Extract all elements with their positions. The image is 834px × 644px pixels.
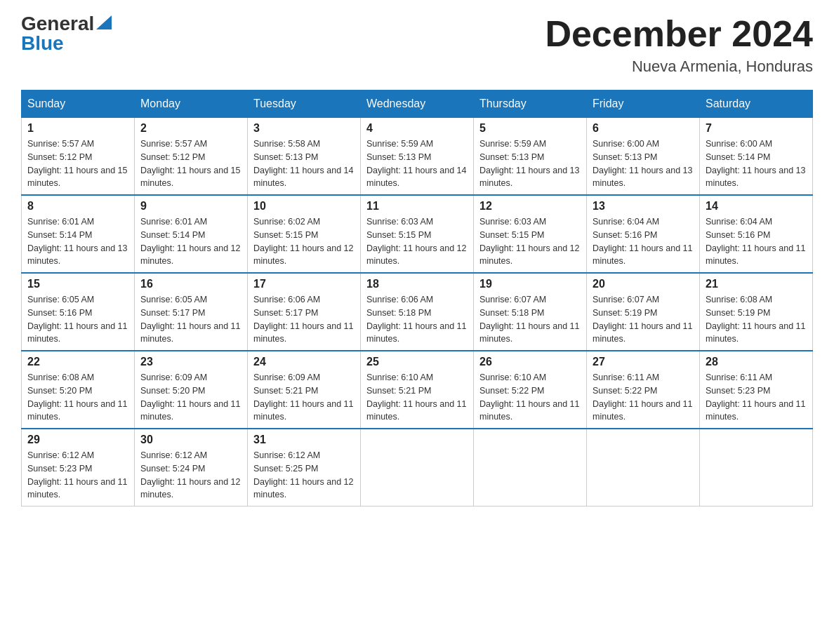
- day-info: Sunrise: 5:59 AMSunset: 5:13 PMDaylight:…: [366, 137, 468, 190]
- calendar-cell: 15Sunrise: 6:05 AMSunset: 5:16 PMDayligh…: [22, 273, 135, 351]
- day-number: 28: [706, 356, 807, 368]
- day-info: Sunrise: 6:09 AMSunset: 5:21 PMDaylight:…: [253, 371, 355, 424]
- day-number: 17: [253, 278, 355, 290]
- col-wednesday: Wednesday: [361, 90, 474, 118]
- day-info: Sunrise: 6:08 AMSunset: 5:20 PMDaylight:…: [27, 371, 128, 424]
- day-number: 24: [253, 356, 355, 368]
- location-subtitle: Nueva Armenia, Honduras: [545, 58, 813, 76]
- day-info: Sunrise: 6:05 AMSunset: 5:17 PMDaylight:…: [140, 293, 241, 346]
- day-info: Sunrise: 6:12 AMSunset: 5:23 PMDaylight:…: [27, 449, 128, 502]
- calendar-week-row: 15Sunrise: 6:05 AMSunset: 5:16 PMDayligh…: [22, 273, 813, 351]
- day-info: Sunrise: 6:03 AMSunset: 5:15 PMDaylight:…: [479, 215, 581, 268]
- calendar-cell: 3Sunrise: 5:58 AMSunset: 5:13 PMDaylight…: [248, 118, 361, 196]
- day-number: 19: [479, 278, 581, 290]
- day-number: 3: [253, 122, 355, 135]
- day-number: 4: [366, 122, 468, 135]
- calendar-cell: 6Sunrise: 6:00 AMSunset: 5:13 PMDaylight…: [587, 118, 700, 196]
- day-info: Sunrise: 6:12 AMSunset: 5:25 PMDaylight:…: [253, 449, 355, 502]
- col-saturday: Saturday: [700, 90, 813, 118]
- logo-general: General: [21, 14, 94, 34]
- day-info: Sunrise: 5:57 AMSunset: 5:12 PMDaylight:…: [27, 137, 128, 190]
- logo-triangle-icon: [96, 15, 112, 29]
- calendar-cell: 2Sunrise: 5:57 AMSunset: 5:12 PMDaylight…: [135, 118, 248, 196]
- calendar-cell: 9Sunrise: 6:01 AMSunset: 5:14 PMDaylight…: [135, 195, 248, 273]
- svg-marker-0: [96, 15, 112, 29]
- day-info: Sunrise: 6:12 AMSunset: 5:24 PMDaylight:…: [140, 449, 241, 502]
- calendar-cell: 19Sunrise: 6:07 AMSunset: 5:18 PMDayligh…: [474, 273, 587, 351]
- calendar-cell: 29Sunrise: 6:12 AMSunset: 5:23 PMDayligh…: [22, 429, 135, 507]
- day-number: 14: [706, 200, 807, 213]
- calendar-cell: 18Sunrise: 6:06 AMSunset: 5:18 PMDayligh…: [361, 273, 474, 351]
- calendar-cell: 28Sunrise: 6:11 AMSunset: 5:23 PMDayligh…: [700, 351, 813, 429]
- logo-blue: Blue: [21, 34, 64, 53]
- col-friday: Friday: [587, 90, 700, 118]
- calendar-cell: 13Sunrise: 6:04 AMSunset: 5:16 PMDayligh…: [587, 195, 700, 273]
- day-number: 12: [479, 200, 581, 213]
- calendar-week-row: 29Sunrise: 6:12 AMSunset: 5:23 PMDayligh…: [22, 429, 813, 507]
- calendar-cell: 7Sunrise: 6:00 AMSunset: 5:14 PMDaylight…: [700, 118, 813, 196]
- day-number: 2: [140, 122, 241, 135]
- calendar-cell: 26Sunrise: 6:10 AMSunset: 5:22 PMDayligh…: [474, 351, 587, 429]
- day-info: Sunrise: 6:02 AMSunset: 5:15 PMDaylight:…: [253, 215, 355, 268]
- day-info: Sunrise: 6:03 AMSunset: 5:15 PMDaylight:…: [366, 215, 468, 268]
- header-row: Sunday Monday Tuesday Wednesday Thursday…: [22, 90, 813, 118]
- day-info: Sunrise: 6:04 AMSunset: 5:16 PMDaylight:…: [706, 215, 807, 268]
- calendar-cell: [700, 429, 813, 507]
- calendar-cell: 20Sunrise: 6:07 AMSunset: 5:19 PMDayligh…: [587, 273, 700, 351]
- day-info: Sunrise: 5:58 AMSunset: 5:13 PMDaylight:…: [253, 137, 355, 190]
- day-info: Sunrise: 6:04 AMSunset: 5:16 PMDaylight:…: [593, 215, 694, 268]
- day-number: 16: [140, 278, 241, 290]
- day-info: Sunrise: 5:59 AMSunset: 5:13 PMDaylight:…: [479, 137, 581, 190]
- calendar-cell: 11Sunrise: 6:03 AMSunset: 5:15 PMDayligh…: [361, 195, 474, 273]
- day-info: Sunrise: 6:05 AMSunset: 5:16 PMDaylight:…: [27, 293, 128, 346]
- day-number: 10: [253, 200, 355, 213]
- calendar-cell: [587, 429, 700, 507]
- col-sunday: Sunday: [22, 90, 135, 118]
- day-info: Sunrise: 6:07 AMSunset: 5:19 PMDaylight:…: [593, 293, 694, 346]
- col-monday: Monday: [135, 90, 248, 118]
- day-info: Sunrise: 6:01 AMSunset: 5:14 PMDaylight:…: [140, 215, 241, 268]
- day-number: 22: [27, 356, 128, 368]
- day-info: Sunrise: 6:08 AMSunset: 5:19 PMDaylight:…: [706, 293, 807, 346]
- day-number: 7: [706, 122, 807, 135]
- day-number: 21: [706, 278, 807, 290]
- day-number: 27: [593, 356, 694, 368]
- calendar-cell: 1Sunrise: 5:57 AMSunset: 5:12 PMDaylight…: [22, 118, 135, 196]
- day-info: Sunrise: 6:00 AMSunset: 5:13 PMDaylight:…: [593, 137, 694, 190]
- calendar-cell: 31Sunrise: 6:12 AMSunset: 5:25 PMDayligh…: [248, 429, 361, 507]
- day-info: Sunrise: 6:10 AMSunset: 5:22 PMDaylight:…: [479, 371, 581, 424]
- month-title: December 2024: [545, 14, 813, 54]
- calendar-week-row: 1Sunrise: 5:57 AMSunset: 5:12 PMDaylight…: [22, 118, 813, 196]
- calendar-cell: 21Sunrise: 6:08 AMSunset: 5:19 PMDayligh…: [700, 273, 813, 351]
- day-info: Sunrise: 5:57 AMSunset: 5:12 PMDaylight:…: [140, 137, 241, 190]
- day-number: 6: [593, 122, 694, 135]
- calendar-cell: [474, 429, 587, 507]
- day-number: 23: [140, 356, 241, 368]
- calendar-cell: 4Sunrise: 5:59 AMSunset: 5:13 PMDaylight…: [361, 118, 474, 196]
- calendar-cell: 27Sunrise: 6:11 AMSunset: 5:22 PMDayligh…: [587, 351, 700, 429]
- day-info: Sunrise: 6:09 AMSunset: 5:20 PMDaylight:…: [140, 371, 241, 424]
- calendar-week-row: 8Sunrise: 6:01 AMSunset: 5:14 PMDaylight…: [22, 195, 813, 273]
- day-number: 15: [27, 278, 128, 290]
- day-info: Sunrise: 6:06 AMSunset: 5:18 PMDaylight:…: [366, 293, 468, 346]
- day-number: 1: [27, 122, 128, 135]
- calendar-cell: 22Sunrise: 6:08 AMSunset: 5:20 PMDayligh…: [22, 351, 135, 429]
- day-info: Sunrise: 6:11 AMSunset: 5:22 PMDaylight:…: [593, 371, 694, 424]
- day-number: 13: [593, 200, 694, 213]
- col-thursday: Thursday: [474, 90, 587, 118]
- calendar-body: 1Sunrise: 5:57 AMSunset: 5:12 PMDaylight…: [22, 118, 813, 507]
- day-info: Sunrise: 6:07 AMSunset: 5:18 PMDaylight:…: [479, 293, 581, 346]
- day-number: 8: [27, 200, 128, 213]
- calendar-cell: 10Sunrise: 6:02 AMSunset: 5:15 PMDayligh…: [248, 195, 361, 273]
- calendar-cell: 16Sunrise: 6:05 AMSunset: 5:17 PMDayligh…: [135, 273, 248, 351]
- calendar-cell: 12Sunrise: 6:03 AMSunset: 5:15 PMDayligh…: [474, 195, 587, 273]
- day-info: Sunrise: 6:00 AMSunset: 5:14 PMDaylight:…: [706, 137, 807, 190]
- day-info: Sunrise: 6:11 AMSunset: 5:23 PMDaylight:…: [706, 371, 807, 424]
- calendar-cell: 24Sunrise: 6:09 AMSunset: 5:21 PMDayligh…: [248, 351, 361, 429]
- day-number: 20: [593, 278, 694, 290]
- calendar-cell: 17Sunrise: 6:06 AMSunset: 5:17 PMDayligh…: [248, 273, 361, 351]
- page-header: General Blue December 2024 Nueva Armenia…: [21, 14, 813, 76]
- calendar-week-row: 22Sunrise: 6:08 AMSunset: 5:20 PMDayligh…: [22, 351, 813, 429]
- day-number: 9: [140, 200, 241, 213]
- day-number: 18: [366, 278, 468, 290]
